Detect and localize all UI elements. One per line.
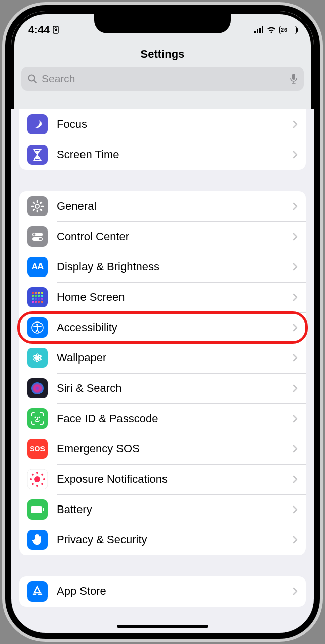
chevron-right-icon xyxy=(293,505,298,514)
chevron-right-icon xyxy=(293,354,298,362)
hourglass-icon xyxy=(27,145,48,165)
faceid-icon xyxy=(27,408,48,429)
row-label: Exposure Notifications xyxy=(57,473,293,486)
settings-row-control-center[interactable]: Control Center xyxy=(19,221,306,252)
row-label: Control Center xyxy=(57,230,293,243)
settings-row-focus[interactable]: Focus xyxy=(19,109,306,140)
svg-rect-4 xyxy=(292,74,295,80)
moon-icon xyxy=(27,114,48,134)
svg-rect-22 xyxy=(32,301,34,303)
svg-point-46 xyxy=(32,474,34,476)
svg-rect-18 xyxy=(32,298,34,300)
svg-point-43 xyxy=(36,485,38,487)
svg-rect-49 xyxy=(31,506,42,513)
search-input[interactable]: Search xyxy=(21,67,304,91)
chevron-right-icon xyxy=(293,384,298,392)
chevron-right-icon xyxy=(293,475,298,483)
row-label: Wallpaper xyxy=(57,351,293,364)
svg-point-36 xyxy=(31,382,44,394)
chevron-right-icon xyxy=(293,415,298,423)
row-label: Screen Time xyxy=(57,148,293,161)
row-label: Privacy & Security xyxy=(57,533,293,546)
svg-rect-21 xyxy=(41,298,43,300)
chevron-right-icon xyxy=(293,151,298,159)
settings-group: App Store xyxy=(19,576,306,607)
settings-row-privacy[interactable]: Privacy & Security xyxy=(19,525,306,555)
status-time: 4:44 xyxy=(28,24,50,36)
phone-frame: 4:44 26 Settings Search FocusScreen Time… xyxy=(5,5,320,639)
cellular-icon xyxy=(254,26,263,33)
svg-point-40 xyxy=(34,476,40,482)
chevron-right-icon xyxy=(293,233,298,241)
svg-rect-20 xyxy=(38,298,40,300)
svg-rect-13 xyxy=(41,292,43,294)
svg-rect-24 xyxy=(38,301,40,303)
appstore-icon xyxy=(27,581,48,602)
row-label: Battery xyxy=(57,503,293,516)
svg-point-47 xyxy=(36,472,38,474)
chevron-right-icon xyxy=(293,120,298,128)
svg-point-9 xyxy=(39,238,42,240)
battery-percent: 26 xyxy=(281,27,287,33)
svg-point-44 xyxy=(32,483,34,485)
svg-rect-17 xyxy=(41,295,43,297)
search-icon xyxy=(27,74,37,84)
chevron-right-icon xyxy=(293,324,298,332)
svg-point-37 xyxy=(35,417,36,418)
flower-icon xyxy=(27,348,48,368)
settings-group: GeneralControl CenterAADisplay & Brightn… xyxy=(19,191,306,555)
chevron-right-icon xyxy=(293,263,298,271)
settings-row-home-screen[interactable]: Home Screen xyxy=(19,282,306,312)
battery-icon: 26 xyxy=(279,26,297,34)
svg-rect-1 xyxy=(55,29,57,31)
settings-row-display[interactable]: AADisplay & Brightness xyxy=(19,252,306,282)
row-label: Siri & Search xyxy=(57,382,293,395)
nav-header: Settings xyxy=(11,43,314,67)
row-label: Focus xyxy=(57,118,293,131)
svg-point-45 xyxy=(30,478,32,480)
siri-icon xyxy=(27,378,48,398)
grid-icon xyxy=(27,287,48,307)
settings-row-app-store[interactable]: App Store xyxy=(19,576,306,607)
svg-rect-50 xyxy=(43,508,44,511)
svg-rect-25 xyxy=(41,301,43,303)
wifi-icon xyxy=(266,26,276,34)
aa-icon: AA xyxy=(27,257,48,277)
chevron-right-icon xyxy=(293,202,298,210)
row-label: App Store xyxy=(57,585,293,598)
svg-line-3 xyxy=(34,81,37,83)
svg-rect-23 xyxy=(35,301,37,303)
svg-rect-19 xyxy=(35,298,37,300)
svg-point-5 xyxy=(35,204,39,208)
row-label: General xyxy=(57,200,293,213)
battery-icon xyxy=(27,499,48,520)
chevron-right-icon xyxy=(293,445,298,453)
settings-row-battery[interactable]: Battery xyxy=(19,494,306,525)
svg-point-27 xyxy=(36,324,38,326)
settings-row-exposure[interactable]: Exposure Notifications xyxy=(19,464,306,494)
page-title: Settings xyxy=(11,48,314,61)
svg-point-34 xyxy=(36,357,38,359)
settings-row-siri[interactable]: Siri & Search xyxy=(19,373,306,403)
exposure-icon xyxy=(27,469,48,489)
settings-row-faceid[interactable]: Face ID & Passcode xyxy=(19,403,306,434)
search-placeholder: Search xyxy=(42,73,286,85)
settings-row-screen-time[interactable]: Screen Time xyxy=(19,140,306,170)
settings-row-general[interactable]: General xyxy=(19,191,306,221)
settings-row-accessibility[interactable]: Accessibility xyxy=(19,312,306,343)
mic-icon[interactable] xyxy=(290,73,298,84)
home-indicator[interactable] xyxy=(117,625,208,628)
chevron-right-icon xyxy=(293,293,298,301)
settings-list[interactable]: FocusScreen TimeGeneralControl CenterAAD… xyxy=(11,109,314,633)
settings-row-sos[interactable]: SOSEmergency SOS xyxy=(19,434,306,464)
svg-point-48 xyxy=(41,474,43,476)
svg-rect-11 xyxy=(35,292,37,294)
settings-row-wallpaper[interactable]: Wallpaper xyxy=(19,343,306,373)
chevron-right-icon xyxy=(293,536,298,544)
svg-rect-16 xyxy=(38,295,40,297)
accessibility-icon xyxy=(27,317,48,338)
notch xyxy=(94,11,231,33)
svg-point-42 xyxy=(41,483,43,485)
gear-icon xyxy=(27,196,48,216)
svg-rect-12 xyxy=(38,292,40,294)
